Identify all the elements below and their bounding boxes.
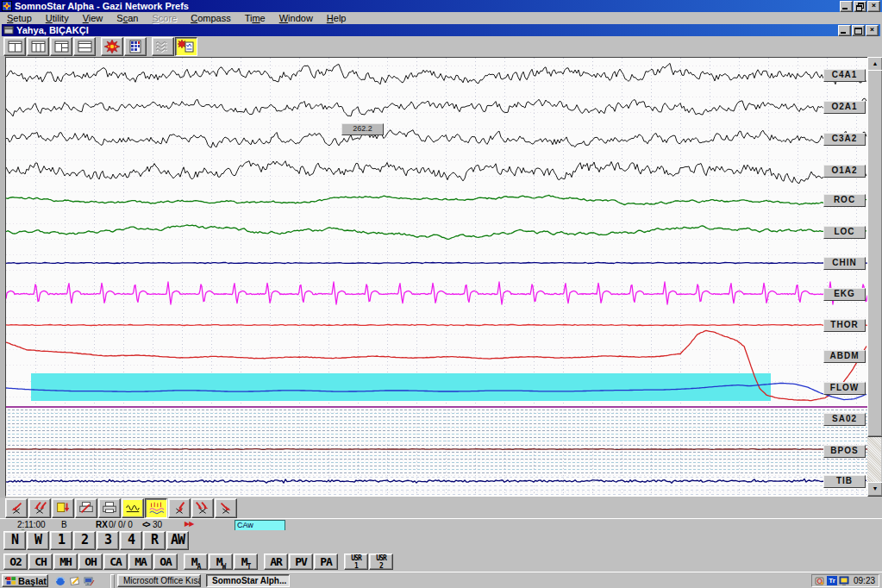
menu-utility[interactable]: Utility xyxy=(39,13,76,23)
menu-window[interactable]: Window xyxy=(272,13,320,23)
mark-event-button[interactable] xyxy=(168,498,191,518)
next-event-button[interactable] xyxy=(215,498,237,518)
event-button-mh[interactable]: MH xyxy=(53,554,78,570)
layout-two-columns-button[interactable] xyxy=(3,37,26,56)
channel-label-loc[interactable]: LOC xyxy=(823,226,866,239)
layout-three-columns-button[interactable] xyxy=(27,37,49,56)
channel-label-bpos[interactable]: BPOS xyxy=(823,445,866,458)
event-button-ar[interactable]: AR xyxy=(264,554,288,570)
channel-label-sa02[interactable]: SA02 xyxy=(823,413,866,426)
patient-window-titlebar: Yahya, BIÇAKÇI × xyxy=(2,24,880,36)
keyboard-language-indicator[interactable]: Tr xyxy=(827,576,837,585)
event-button-ca[interactable]: CA xyxy=(103,554,128,570)
app-icon[interactable] xyxy=(2,1,12,11)
event-button-usr2[interactable]: USR2 xyxy=(369,554,393,570)
layout-two-rows-icon xyxy=(78,41,92,53)
menu-view[interactable]: View xyxy=(76,13,110,23)
amplitude-waves-button[interactable] xyxy=(122,498,144,518)
restore-button[interactable] xyxy=(854,1,866,12)
score-waves-icon xyxy=(147,500,165,516)
menu-setup[interactable]: Setup xyxy=(0,13,39,23)
stage-button-n[interactable]: N xyxy=(3,531,26,550)
waves-view-button[interactable] xyxy=(152,37,174,56)
next-page-fast-button[interactable] xyxy=(191,498,214,518)
taskbar: Başlat Microsoft Office Kısa...SomnoStar… xyxy=(0,572,882,588)
event-button-mt[interactable]: MT xyxy=(234,554,258,570)
menu-compass[interactable]: Compass xyxy=(184,13,237,23)
start-label: Başlat xyxy=(18,576,47,586)
channel-label-tib[interactable]: TIB xyxy=(823,475,866,488)
channel-label-flow[interactable]: FLOW xyxy=(823,382,866,395)
tray-scheduler-icon[interactable] xyxy=(815,576,825,586)
patient-maximize-button[interactable] xyxy=(852,25,865,36)
montage-star-icon xyxy=(104,40,120,53)
event-button-ch[interactable]: CH xyxy=(28,554,53,570)
print-button[interactable] xyxy=(98,498,121,518)
stage-button-2[interactable]: 2 xyxy=(73,531,96,550)
channel-label-o1a2[interactable]: O1A2 xyxy=(823,165,866,178)
stage-button-1[interactable]: 1 xyxy=(50,531,72,550)
task-button-1[interactable]: Microsoft Office Kısa... xyxy=(117,574,201,587)
fast-forward-icon[interactable]: ▶▶ xyxy=(185,520,193,528)
task-button-2[interactable]: SomnoStar Alph... xyxy=(206,574,290,587)
start-button[interactable]: Başlat xyxy=(2,574,48,587)
channel-label-abdm[interactable]: ABDM xyxy=(823,350,866,363)
menu-time[interactable]: Time xyxy=(238,13,272,23)
scroll-down-button[interactable]: ▼ xyxy=(867,482,882,497)
stage-button-r[interactable]: R xyxy=(143,531,166,550)
channel-label-ekg[interactable]: EKG xyxy=(823,288,866,301)
event-button-oa[interactable]: OA xyxy=(153,554,178,570)
stage-button-aw[interactable]: AW xyxy=(166,531,189,550)
quicklaunch-browser-icon[interactable] xyxy=(53,575,66,586)
score-waves-button[interactable] xyxy=(145,498,167,518)
montage-star-button[interactable] xyxy=(101,37,123,56)
stage-button-3[interactable]: 3 xyxy=(97,531,119,550)
channel-grid-button[interactable] xyxy=(124,37,147,56)
stage-button-w[interactable]: W xyxy=(27,531,49,550)
waveform-svg xyxy=(6,58,867,496)
title-bar: SomnoStar Alpha - Gazi Network Prefs × xyxy=(0,0,882,12)
prev-page-fast-button[interactable] xyxy=(28,498,51,518)
patient-close-button[interactable]: × xyxy=(866,25,879,36)
stage-button-4[interactable]: 4 xyxy=(120,531,142,550)
event-button-mw[interactable]: MW xyxy=(209,554,233,570)
event-button-ma[interactable]: MA xyxy=(184,554,208,570)
channel-label-o2a1[interactable]: O2A1 xyxy=(823,101,866,114)
event-button-pa[interactable]: PA xyxy=(314,554,338,570)
event-button-pv[interactable]: PV xyxy=(289,554,313,570)
page-marker-button[interactable] xyxy=(52,498,74,518)
close-button[interactable]: × xyxy=(867,1,880,12)
waveform-plot[interactable]: 262.2 C4A1O2A1C3A2O1A2ROCLOCCHINEKGTHORA… xyxy=(5,57,868,497)
patient-minimize-button[interactable] xyxy=(838,25,851,36)
quicklaunch-mail-icon[interactable] xyxy=(68,575,81,586)
task-label: SomnoStar Alph... xyxy=(212,576,286,585)
tray-display-icon[interactable] xyxy=(839,576,850,586)
score-page-button[interactable] xyxy=(175,37,197,56)
prev-event-icon xyxy=(8,500,25,516)
channel-label-thor[interactable]: THOR xyxy=(823,319,866,332)
prev-page-fast-icon xyxy=(31,500,48,516)
quicklaunch-desktop-icon[interactable] xyxy=(83,575,96,586)
menu-help[interactable]: Help xyxy=(320,13,353,23)
channel-label-roc[interactable]: ROC xyxy=(823,194,866,207)
event-button-ma[interactable]: MA xyxy=(128,554,153,570)
channel-label-c4a1[interactable]: C4A1 xyxy=(823,69,866,82)
scroll-thumb[interactable] xyxy=(867,70,882,437)
layout-split-right-button[interactable] xyxy=(50,37,72,56)
channel-label-c3a2[interactable]: C3A2 xyxy=(823,133,866,146)
layout-two-rows-button[interactable] xyxy=(73,37,96,56)
channel-label-chin[interactable]: CHIN xyxy=(823,257,866,270)
menu-scan[interactable]: Scan xyxy=(109,13,145,23)
vertical-scrollbar[interactable]: ▲ ▼ xyxy=(867,57,881,497)
tray-clock[interactable]: 09:23 xyxy=(854,576,875,585)
layout-two-columns-icon xyxy=(8,41,22,53)
minimize-button[interactable] xyxy=(840,1,853,12)
event-button-row: O2CHMHOHCAMAOAMAMWMTARPVPAUSR1USR2 xyxy=(0,551,882,572)
print-report-button[interactable] xyxy=(75,498,97,518)
window-title: SomnoStar Alpha - Gazi Network Prefs xyxy=(15,1,189,11)
stage-code: B xyxy=(61,520,67,529)
event-button-oh[interactable]: OH xyxy=(78,554,103,570)
event-button-o2[interactable]: O2 xyxy=(3,554,28,570)
event-button-usr1[interactable]: USR1 xyxy=(344,554,368,570)
prev-event-button[interactable] xyxy=(5,498,28,518)
